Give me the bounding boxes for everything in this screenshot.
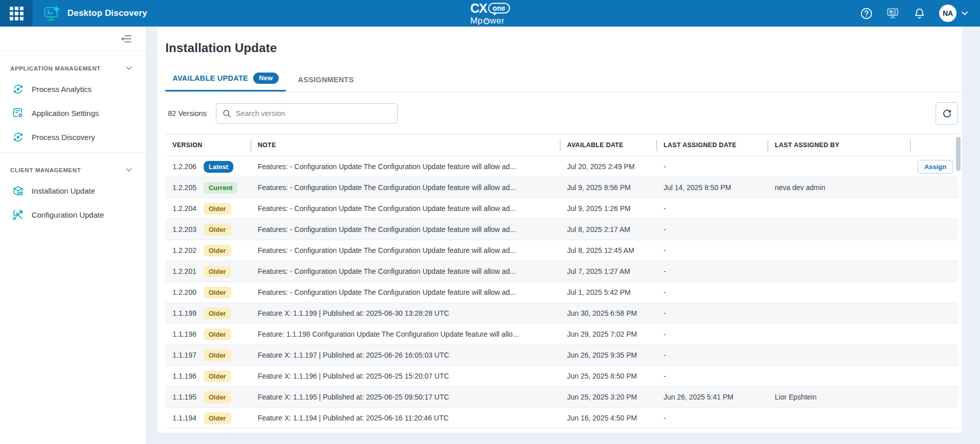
last-assigned-date-cell: -	[656, 351, 768, 359]
refresh-button[interactable]	[936, 102, 958, 125]
version-status-badge: Older	[204, 224, 231, 236]
table-body: 1.2.206 Latest Features: - Configuration…	[165, 156, 958, 429]
table-row[interactable]: 1.2.203 Older Features: - Configuration …	[165, 219, 958, 240]
collapse-sidebar-icon[interactable]	[119, 32, 133, 45]
sidebar-item-configuration-update[interactable]: Configuration Update	[0, 203, 146, 227]
available-date-cell: Jun 25, 2025 3:20 PM	[560, 393, 656, 401]
available-date-cell: Jun 30, 2025 6:58 PM	[560, 309, 656, 317]
sidebar-item-process-discovery[interactable]: Process Discovery	[0, 125, 146, 149]
version-number: 1.1.196	[173, 372, 197, 380]
note-cell: Feature X: 1.1.197 | Published at: 2025-…	[251, 351, 560, 359]
version-status-badge: Older	[204, 349, 231, 361]
available-date-cell: Jul 8, 2025 2:17 AM	[560, 225, 656, 233]
table-row[interactable]: 1.2.202 Older Features: - Configuration …	[165, 240, 958, 261]
column-header-last-assigned-date[interactable]: LAST ASSIGNED DATE	[656, 134, 768, 156]
sidebar-item-process-analytics[interactable]: Process Analytics	[0, 77, 146, 101]
note-cell: Feature X: 1.1.196 | Published at: 2025-…	[251, 372, 560, 380]
table-row[interactable]: 1.1.195 Older Feature X: 1.1.195 | Publi…	[165, 387, 958, 408]
search-box[interactable]	[216, 103, 398, 124]
sidebar: APPLICATION MANAGEMENT Process Analytics	[0, 27, 146, 444]
sidebar-item-application-settings[interactable]: Application Settings	[0, 101, 146, 125]
table-row[interactable]: 1.1.196 Older Feature X: 1.1.196 | Publi…	[165, 366, 958, 387]
available-date-cell: Jul 9, 2025 1:26 PM	[560, 204, 656, 213]
notifications-bell-icon[interactable]	[913, 7, 926, 20]
version-status-badge: Older	[204, 203, 231, 215]
table-row[interactable]: 1.1.194 Older Feature X: 1.1.194 | Publi…	[165, 408, 958, 429]
waffle-grid-icon	[10, 7, 23, 20]
table-row[interactable]: 1.2.206 Latest Features: - Configuration…	[165, 156, 958, 177]
version-number: 1.2.205	[173, 183, 197, 192]
sidebar-item-installation-update[interactable]: Installation Update	[0, 179, 146, 203]
last-assigned-date-cell: -	[656, 309, 768, 317]
column-header-note[interactable]: NOTE	[251, 134, 560, 156]
application-settings-icon	[12, 107, 24, 119]
column-header-last-assigned-by[interactable]: LAST ASSIGNED BY	[768, 134, 910, 156]
table-row[interactable]: 1.2.201 Older Features: - Configuration …	[165, 261, 958, 282]
search-icon	[223, 109, 231, 118]
version-number: 1.2.206	[173, 162, 197, 171]
configuration-update-icon	[12, 209, 24, 221]
last-assigned-by-cell: Lior Epshtein	[768, 393, 910, 401]
note-cell: Features: - Configuration Update The Con…	[251, 183, 560, 192]
table-row[interactable]: 1.2.200 Older Features: - Configuration …	[165, 282, 958, 303]
table-row[interactable]: 1.1.199 Older Feature X: 1.1.199 | Publi…	[165, 303, 958, 324]
assign-button[interactable]: Assign	[918, 160, 953, 174]
version-number: 1.2.201	[173, 267, 197, 275]
last-assigned-date-cell: -	[656, 372, 768, 380]
help-icon[interactable]	[860, 7, 873, 20]
available-date-cell: Jun 16, 2025 4:50 PM	[560, 414, 656, 422]
table-row[interactable]: 1.1.198 Older Feature: 1.1.198 Configura…	[165, 324, 958, 345]
note-cell: Features: - Configuration Update The Con…	[251, 288, 560, 296]
section-application-management: APPLICATION MANAGEMENT Process Analytics	[0, 51, 146, 152]
last-assigned-date-cell: -	[656, 246, 768, 254]
available-date-cell: Jul 8, 2025 12:45 AM	[560, 246, 656, 254]
versions-count: 82 Versions	[165, 109, 207, 118]
desktop-discovery-logo-icon	[43, 5, 61, 21]
app-launcher-button[interactable]	[0, 0, 33, 27]
version-number: 1.1.194	[173, 414, 197, 422]
refresh-icon	[942, 108, 952, 119]
version-status-badge: Older	[204, 329, 231, 340]
user-menu[interactable]: NA	[939, 5, 969, 22]
tab-assignments[interactable]: ASSIGNMENTS	[291, 71, 361, 91]
version-status-badge: Older	[204, 412, 231, 424]
main-content: Installation Update AVAILABLE UPDATE New…	[157, 27, 962, 433]
section-client-management: CLIENT MANAGEMENT Installation Update	[0, 152, 146, 230]
table-row[interactable]: 1.1.197 Older Feature X: 1.1.197 | Publi…	[165, 345, 958, 366]
process-discovery-icon	[12, 131, 24, 143]
cxone-mpower-logo: CX one Mpwer	[470, 2, 510, 25]
chevron-down-icon	[125, 166, 133, 174]
top-bar: Desktop Discovery CX one Mpwer	[0, 0, 980, 27]
tab-available-update[interactable]: AVAILABLE UPDATE New	[165, 67, 286, 91]
search-input[interactable]	[236, 109, 391, 118]
column-header-available-date[interactable]: AVAILABLE DATE	[560, 134, 656, 156]
version-status-badge: Latest	[204, 161, 233, 173]
column-header-version[interactable]: VERSION	[165, 134, 251, 156]
note-cell: Features: - Configuration Update The Con…	[251, 246, 560, 254]
avatar[interactable]: NA	[939, 5, 957, 22]
note-cell: Features: - Configuration Update The Con…	[251, 267, 560, 275]
version-status-badge: Older	[204, 266, 231, 277]
version-number: 1.2.204	[173, 204, 197, 213]
tab-bar: AVAILABLE UPDATE New ASSIGNMENTS	[157, 67, 962, 92]
last-assigned-date-cell: -	[656, 288, 768, 296]
app-title: Desktop Discovery	[67, 8, 147, 18]
last-assigned-date-cell: -	[656, 267, 768, 275]
version-number: 1.1.198	[173, 330, 197, 338]
vertical-scrollbar-thumb[interactable]	[956, 137, 961, 171]
table-row[interactable]: 1.2.204 Older Features: - Configuration …	[165, 198, 958, 219]
section-header-application-management[interactable]: APPLICATION MANAGEMENT	[0, 60, 146, 77]
installation-update-icon	[12, 185, 24, 197]
version-status-badge: Older	[204, 370, 231, 382]
version-status-badge: Older	[204, 245, 231, 256]
available-date-cell: Jul 9, 2025 8:56 PM	[560, 183, 656, 192]
last-assigned-date-cell: Jun 26, 2025 5:41 PM	[656, 393, 768, 401]
table-row[interactable]: 1.2.205 Current Features: - Configuratio…	[165, 177, 958, 198]
section-header-client-management[interactable]: CLIENT MANAGEMENT	[0, 162, 146, 179]
chevron-down-icon	[125, 64, 133, 72]
version-status-badge: Older	[204, 308, 231, 319]
last-assigned-date-cell: -	[656, 414, 768, 422]
presentation-board-icon[interactable]	[886, 7, 899, 20]
version-status-badge: Current	[204, 182, 238, 194]
version-number: 1.2.200	[173, 288, 197, 296]
